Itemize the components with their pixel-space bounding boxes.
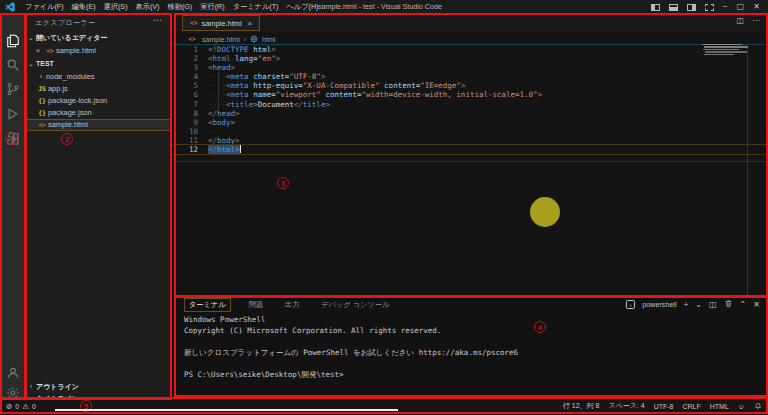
file-item-package-json[interactable]: {}package.json	[26, 107, 172, 119]
terminal-shell-label[interactable]: powershell	[642, 300, 676, 309]
toggle-secondary-sidebar-icon[interactable]	[687, 4, 696, 11]
code-line-2[interactable]: 2<html lang="en">	[172, 54, 768, 63]
file-item-package-lock-json[interactable]: {}package-lock.json	[26, 95, 172, 107]
code-line-4[interactable]: 4····<meta charset="UTF-8">	[172, 72, 768, 81]
panel-tab-item[interactable]: 出力	[281, 299, 303, 311]
errors-icon[interactable]: ⊘	[6, 402, 12, 411]
warnings-icon[interactable]: ⚠	[22, 402, 29, 411]
file-item-sample-html[interactable]: <>sample.html	[26, 119, 172, 131]
explorer-icon[interactable]	[6, 34, 20, 48]
terminal-shell-icon: ›	[626, 300, 635, 309]
terminal-line: Windows PowerShell	[184, 314, 518, 325]
terminal-line: 新しいクロスプラットフォームの PowerShell をお試しください http…	[184, 347, 518, 358]
code-line-7[interactable]: 7····<title>Document</title>	[172, 100, 768, 109]
search-icon[interactable]	[6, 58, 20, 72]
code-line-8[interactable]: 8</head>	[172, 109, 768, 118]
code-line-12[interactable]: 12</html>	[172, 145, 768, 154]
panel-tab-bar: ターミナル問題出力デバッグ コンソール	[184, 298, 393, 311]
terminal-output[interactable]: Windows PowerShellCopyright (C) Microsof…	[184, 314, 518, 380]
settings-gear-icon[interactable]	[6, 386, 20, 400]
menu-item[interactable]: ターミナル(T)	[229, 0, 283, 14]
indent-guide	[218, 72, 219, 109]
menu-item[interactable]: 選択(S)	[100, 0, 132, 14]
status-item[interactable]: UTF-8	[654, 403, 674, 410]
toggle-panel-icon[interactable]	[669, 4, 678, 11]
minimize-button[interactable]: −	[723, 0, 728, 14]
close-editor-icon[interactable]: ×	[32, 45, 44, 57]
chevron-icon: ›	[36, 71, 46, 83]
feedback-smiley-icon[interactable]: ☺	[738, 403, 745, 410]
chevron-icon: ⌄	[26, 32, 36, 44]
terminal-panel: ターミナル問題出力デバッグ コンソール › powershell + ⌄ ◫ ⌃…	[172, 296, 768, 399]
code-line-3[interactable]: 3<head>	[172, 63, 768, 72]
code-line-1[interactable]: 1<!DOCTYPE html>	[172, 45, 768, 54]
tab-sample-html[interactable]: <> sample.html ×	[182, 15, 260, 31]
customize-layout-icon[interactable]	[705, 4, 714, 11]
menu-item[interactable]: 移動(G)	[164, 0, 197, 14]
menu-item[interactable]: 編集(E)	[68, 0, 100, 14]
split-editor-icon[interactable]: ◫	[736, 16, 744, 25]
breadcrumb-file[interactable]: sample.html	[202, 36, 240, 43]
kill-terminal-trash-icon[interactable]	[724, 299, 733, 311]
warnings-count[interactable]: 0	[32, 403, 36, 410]
html-file-icon: <>	[44, 45, 56, 57]
chevron-icon: ⌄	[26, 58, 36, 70]
open-editor-item-sample-html[interactable]: ×<>sample.html	[26, 45, 172, 57]
breadcrumb-separator: ›	[244, 36, 246, 43]
status-item[interactable]: HTML	[710, 403, 729, 410]
breadcrumb-node[interactable]: html	[262, 36, 275, 43]
menu-item[interactable]: ヘルプ(H)	[282, 0, 322, 14]
status-item[interactable]: CRLF	[683, 403, 701, 410]
extensions-icon[interactable]	[6, 132, 20, 146]
menu-item[interactable]: 表示(V)	[132, 0, 164, 14]
terminal-line	[184, 336, 518, 347]
activity-bar	[0, 14, 26, 399]
js-file-icon: JS	[36, 83, 48, 95]
section-open-editors[interactable]: ⌄開いているエディター	[26, 32, 172, 44]
minimap[interactable]	[702, 44, 754, 70]
editor-tab-bar: <> sample.html × ◫ ⋯	[172, 14, 768, 32]
explorer-title: エクスプローラー	[35, 18, 95, 28]
html-file-icon: <>	[36, 119, 48, 131]
errors-count[interactable]: 0	[15, 403, 19, 410]
menu-item[interactable]: ファイル(F)	[21, 0, 68, 14]
notifications-bell-icon[interactable]	[754, 402, 762, 411]
editor-more-actions-icon[interactable]: ⋯	[752, 16, 760, 25]
panel-tab-terminal-active[interactable]: ターミナル	[184, 298, 231, 312]
explorer-more-actions-icon[interactable]: ⋯	[153, 15, 162, 25]
new-terminal-icon[interactable]: +	[684, 300, 689, 310]
html-symbol-icon	[250, 35, 258, 43]
panel-tab-item[interactable]: デバッグ コンソール	[317, 299, 393, 311]
code-line-6[interactable]: 6····<meta name="viewport" content="widt…	[172, 90, 768, 99]
section-workspace-test[interactable]: ⌄TEST	[26, 58, 172, 70]
close-panel-icon[interactable]: ✕	[753, 300, 760, 310]
status-item[interactable]: 行 12、列 8	[563, 401, 600, 411]
menu-bar: ファイル(F)編集(E)選択(S)表示(V)移動(G)実行(R)ターミナル(T)…	[21, 0, 322, 14]
toggle-sidebar-icon[interactable]	[651, 4, 660, 11]
account-icon[interactable]	[6, 366, 20, 380]
html-file-icon: <>	[190, 19, 198, 27]
json-file-icon: {}	[36, 107, 48, 119]
file-item-app-js[interactable]: JSapp.js	[26, 83, 172, 95]
tab-close-icon[interactable]: ×	[248, 19, 253, 28]
code-editor[interactable]: 1<!DOCTYPE html>2<html lang="en">3<head>…	[172, 45, 768, 154]
status-item[interactable]: スペース: 4	[608, 401, 644, 411]
split-terminal-icon[interactable]: ◫	[709, 300, 717, 310]
text-cursor	[240, 145, 241, 153]
terminal-dropdown-icon[interactable]: ⌄	[695, 300, 702, 310]
maximize-panel-icon[interactable]: ⌃	[740, 300, 747, 310]
code-line-10[interactable]: 10····	[172, 127, 768, 136]
code-line-11[interactable]: 11</body>	[172, 136, 768, 145]
run-debug-icon[interactable]	[6, 107, 20, 121]
menu-item[interactable]: 実行(R)	[196, 0, 228, 14]
panel-tab-item[interactable]: 問題	[245, 299, 267, 311]
file-item-node-modules[interactable]: ›node_modules	[26, 71, 172, 83]
close-window-button[interactable]: ✕	[753, 0, 760, 14]
maximize-button[interactable]: ▢	[737, 0, 745, 14]
terminal-line: Copyright (C) Microsoft Corporation. All…	[184, 325, 518, 336]
code-line-9[interactable]: 9<body>	[172, 118, 768, 127]
tab-label: sample.html	[202, 19, 242, 28]
section-outline[interactable]: ›アウトライン	[26, 381, 172, 393]
code-line-5[interactable]: 5····<meta http-equiv="X-UA-Compatible" …	[172, 81, 768, 90]
source-control-icon[interactable]	[6, 82, 20, 96]
